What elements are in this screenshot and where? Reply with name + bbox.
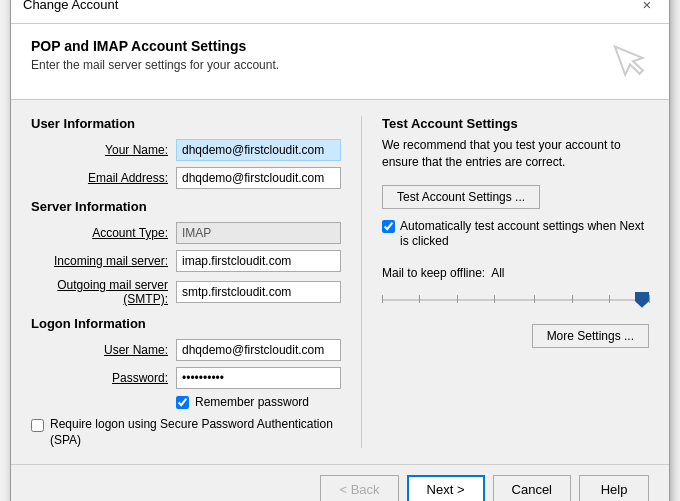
account-type-row: Account Type: IMAP <box>31 222 341 244</box>
remember-password-label: Remember password <box>195 395 309 409</box>
slider-tick-7 <box>609 295 610 303</box>
outgoing-server-input[interactable] <box>176 281 341 303</box>
right-title: Test Account Settings <box>382 116 649 131</box>
back-button[interactable]: < Back <box>320 475 398 501</box>
password-label: Password: <box>31 371 176 385</box>
require-spa-label: Require logon using Secure Password Auth… <box>50 417 341 448</box>
username-input[interactable] <box>176 339 341 361</box>
username-label: User Name: <box>31 343 176 357</box>
cancel-button[interactable]: Cancel <box>493 475 571 501</box>
mail-offline-value: All <box>491 266 504 280</box>
remember-password-checkbox[interactable] <box>176 396 189 409</box>
incoming-server-row: Incoming mail server: <box>31 250 341 272</box>
your-name-row: Your Name: <box>31 139 341 161</box>
test-account-settings-button[interactable]: Test Account Settings ... <box>382 185 540 209</box>
header-title: POP and IMAP Account Settings <box>31 38 279 54</box>
header-section: POP and IMAP Account Settings Enter the … <box>11 24 669 100</box>
header-text: POP and IMAP Account Settings Enter the … <box>31 38 279 72</box>
email-row: Email Address: <box>31 167 341 189</box>
slider-tick-8 <box>649 295 650 303</box>
auto-test-label: Automatically test account settings when… <box>400 219 649 250</box>
slider-tick-3 <box>457 295 458 303</box>
password-row: Password: <box>31 367 341 389</box>
incoming-server-input[interactable] <box>176 250 341 272</box>
auto-test-row: Automatically test account settings when… <box>382 219 649 250</box>
remember-password-row: Remember password <box>176 395 341 409</box>
email-label: Email Address: <box>31 171 176 185</box>
incoming-server-label: Incoming mail server: <box>31 254 176 268</box>
require-spa-checkbox[interactable] <box>31 419 44 432</box>
password-input[interactable] <box>176 367 341 389</box>
mail-offline-slider-container <box>382 288 649 312</box>
footer: < Back Next > Cancel Help <box>11 464 669 501</box>
require-spa-row: Require logon using Secure Password Auth… <box>31 417 341 448</box>
content-area: User Information Your Name: Email Addres… <box>11 100 669 464</box>
help-button[interactable]: Help <box>579 475 649 501</box>
left-panel: User Information Your Name: Email Addres… <box>31 116 341 448</box>
slider-tick-1 <box>382 295 383 303</box>
slider-tick-6 <box>572 295 573 303</box>
next-button[interactable]: Next > <box>407 475 485 501</box>
logon-info-title: Logon Information <box>31 316 341 331</box>
server-info-title: Server Information <box>31 199 341 214</box>
dialog-title: Change Account <box>23 0 118 12</box>
change-account-dialog: Change Account × POP and IMAP Account Se… <box>10 0 670 501</box>
right-panel: Test Account Settings We recommend that … <box>361 116 649 448</box>
your-name-label: Your Name: <box>31 143 176 157</box>
outgoing-server-label: Outgoing mail server (SMTP): <box>31 278 176 306</box>
slider-tick-5 <box>534 295 535 303</box>
outgoing-server-row: Outgoing mail server (SMTP): <box>31 278 341 306</box>
slider-tick-2 <box>419 295 420 303</box>
title-bar: Change Account × <box>11 0 669 24</box>
slider-thumb[interactable] <box>635 292 649 308</box>
auto-test-checkbox[interactable] <box>382 220 395 233</box>
user-info-title: User Information <box>31 116 341 131</box>
right-description: We recommend that you test your account … <box>382 137 649 171</box>
email-input[interactable] <box>176 167 341 189</box>
cursor-icon <box>606 33 656 89</box>
slider-tick-4 <box>494 295 495 303</box>
username-row: User Name: <box>31 339 341 361</box>
close-button[interactable]: × <box>637 0 657 15</box>
mail-offline-label: Mail to keep offline: All <box>382 266 649 280</box>
account-type-label: Account Type: <box>31 226 176 240</box>
account-type-select[interactable]: IMAP <box>176 222 341 244</box>
more-settings-button[interactable]: More Settings ... <box>532 324 649 348</box>
header-subtitle: Enter the mail server settings for your … <box>31 58 279 72</box>
your-name-input[interactable] <box>176 139 341 161</box>
